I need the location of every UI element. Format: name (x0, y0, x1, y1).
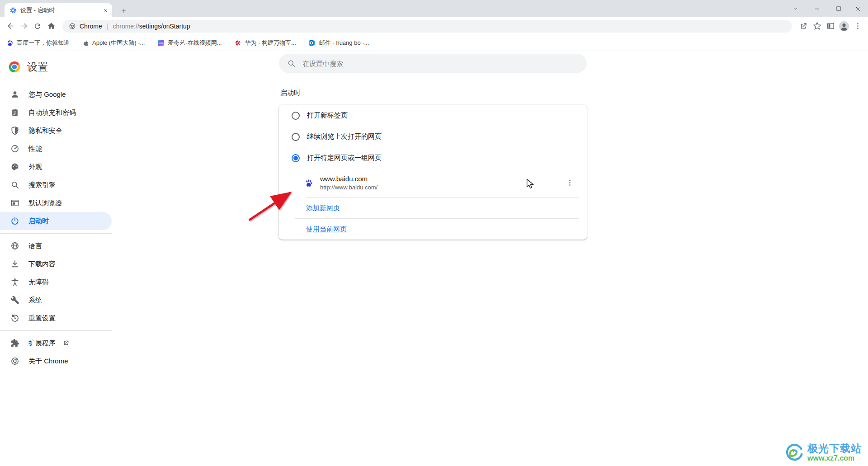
tab-search-chevron-icon[interactable] (788, 0, 802, 17)
settings-header: 设置 (0, 51, 112, 76)
search-icon (287, 59, 296, 68)
tab-close-icon[interactable] (101, 6, 109, 14)
globe-icon (10, 241, 19, 250)
sidebar-item-label: 系统 (28, 296, 42, 305)
chrome-glyph-icon (69, 23, 76, 30)
bookmark-label: 爱奇艺-在线视频网... (168, 39, 222, 47)
titlebar: 设置 - 启动时 (0, 0, 868, 17)
watermark-url: www.xz7.com (807, 454, 862, 462)
sidebar-item-downloads[interactable]: 下载内容 (0, 255, 112, 273)
autofill-icon (10, 108, 19, 117)
browser-tab[interactable]: 设置 - 启动时 (5, 3, 112, 17)
page-title: 设置 (27, 60, 48, 74)
power-icon (10, 217, 19, 226)
site-more-actions-kebab-icon[interactable] (561, 175, 578, 191)
accessibility-icon (10, 278, 19, 287)
use-current-pages-row: 使用当前网页 (279, 219, 587, 240)
sidebar-item-label: 无障碍 (28, 278, 49, 287)
sidebar-item-label: 语言 (28, 242, 42, 250)
download-icon (10, 259, 19, 268)
radio-selected-icon[interactable] (292, 154, 300, 162)
puzzle-icon (10, 339, 19, 348)
watermark-swirl-logo (784, 442, 805, 463)
iqiyi-icon: iQIYI (157, 39, 165, 47)
sidebar-divider (0, 330, 112, 331)
sidebar-item-label: 关于 Chrome (28, 357, 68, 366)
speedometer-icon (10, 144, 19, 153)
radio-unselected-icon[interactable] (292, 112, 300, 120)
sidebar-item-on-startup[interactable]: 启动时 (0, 212, 112, 230)
palette-icon (10, 162, 19, 171)
watermark: 极光下载站 www.xz7.com (784, 442, 862, 463)
sidebar-item-label: 搜索引擎 (28, 181, 56, 189)
new-tab-button[interactable] (118, 5, 130, 17)
sidebar-item-performance[interactable]: 性能 (0, 140, 112, 158)
sidebar-item-label: 性能 (28, 145, 42, 153)
side-panel-icon[interactable] (824, 19, 837, 33)
section-title: 启动时 (280, 89, 587, 97)
option-continue-previous[interactable]: 继续浏览上次打开的网页 (279, 126, 587, 147)
bookmark-label: 华为 - 构建万物互... (245, 39, 296, 47)
reload-button[interactable] (31, 19, 44, 33)
browser-window-icon (10, 198, 19, 207)
bookmark-label: Apple (中国大陆) -... (92, 39, 145, 47)
on-startup-card: 打开新标签页 继续浏览上次打开的网页 打开特定网页或一组网页 www.baidu… (279, 105, 587, 240)
sidebar-item-label: 默认浏览器 (28, 199, 62, 207)
sidebar-item-languages[interactable]: 语言 (0, 237, 112, 255)
sidebar-item-system[interactable]: 系统 (0, 291, 112, 309)
share-icon[interactable] (797, 19, 810, 33)
bookmark-huawei[interactable]: 华为 - 构建万物互... (234, 39, 296, 47)
sidebar-item-appearance[interactable]: 外观 (0, 158, 112, 176)
sidebar-item-privacy[interactable]: 隐私和安全 (0, 122, 112, 140)
sidebar-item-label: 下载内容 (28, 260, 56, 268)
sidebar-item-about-chrome[interactable]: 关于 Chrome (0, 352, 112, 370)
url-path: settings/onStartup (139, 23, 190, 30)
chrome-outline-icon (10, 357, 19, 366)
address-bar[interactable]: Chrome | chrome:// settings/onStartup (62, 20, 792, 33)
option-open-specific-pages[interactable]: 打开特定网页或一组网页 (279, 147, 587, 169)
window-close-button[interactable] (851, 0, 864, 17)
window-maximize-button[interactable] (832, 0, 845, 17)
tab-title: 设置 - 启动时 (20, 6, 101, 14)
bookmarks-bar: 百度一下，你就知道 Apple (中国大陆) -... iQIYI 爱奇艺-在线… (0, 35, 868, 51)
svg-text:iQIYI: iQIYI (159, 42, 163, 44)
browser-menu-kebab-icon[interactable] (851, 19, 864, 33)
sidebar-item-label: 自动填充和密码 (28, 108, 76, 117)
startup-site-row[interactable]: www.baidu.com http://www.baidu.com/ (279, 169, 587, 197)
bookmark-apple[interactable]: Apple (中国大陆) -... (82, 39, 145, 47)
bookmark-iqiyi[interactable]: iQIYI 爱奇艺-在线视频网... (157, 39, 222, 47)
option-open-new-tab[interactable]: 打开新标签页 (279, 105, 587, 126)
outlook-icon (309, 39, 316, 47)
profile-avatar[interactable] (837, 19, 851, 33)
sidebar-item-you-and-google[interactable]: 您与 Google (0, 85, 112, 104)
sidebar-item-reset[interactable]: 重置设置 (0, 309, 112, 327)
add-new-page-link[interactable]: 添加新网页 (306, 204, 340, 212)
radio-unselected-icon[interactable] (292, 133, 300, 141)
bookmark-baidu[interactable]: 百度一下，你就知道 (6, 39, 70, 47)
sidebar-item-search-engine[interactable]: 搜索引擎 (0, 176, 112, 194)
external-link-icon (63, 340, 69, 346)
sidebar-item-autofill[interactable]: 自动填充和密码 (0, 104, 112, 122)
option-label: 打开特定网页或一组网页 (307, 154, 382, 162)
bookmark-outlook[interactable]: 邮件 - huang bo -... (309, 39, 369, 47)
home-button[interactable] (44, 19, 58, 33)
apple-icon (82, 39, 89, 46)
sidebar-item-accessibility[interactable]: 无障碍 (0, 273, 112, 291)
option-label: 继续浏览上次打开的网页 (307, 132, 382, 141)
shield-icon (10, 126, 19, 135)
back-button[interactable] (4, 19, 17, 33)
settings-search-input[interactable] (302, 59, 579, 68)
window-minimize-button[interactable] (810, 0, 824, 17)
site-name: www.baidu.com (320, 174, 377, 184)
baidu-paw-icon (6, 39, 14, 47)
settings-search-bar[interactable] (279, 54, 587, 73)
sidebar-item-extensions[interactable]: 扩展程序 (0, 334, 112, 352)
url-separator: | (107, 23, 108, 30)
bookmark-star-icon[interactable] (810, 19, 824, 33)
sidebar-item-default-browser[interactable]: 默认浏览器 (0, 194, 112, 212)
sidebar-item-label: 外观 (28, 163, 42, 171)
sidebar-divider (0, 233, 112, 234)
sidebar-item-label: 您与 Google (28, 90, 66, 99)
forward-button[interactable] (17, 19, 31, 33)
use-current-pages-link[interactable]: 使用当前网页 (306, 225, 347, 234)
